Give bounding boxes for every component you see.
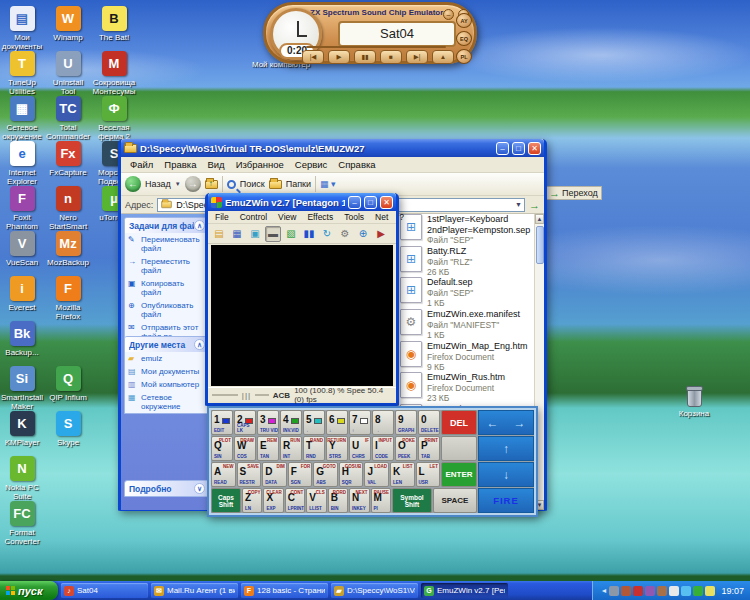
key-T[interactable]: TRANDRND xyxy=(303,436,325,461)
key-5[interactable]: 5← xyxy=(303,410,325,435)
key-O[interactable]: OPOKEPEEK xyxy=(395,436,417,461)
desktop-icon-kmplayer[interactable]: KKMPlayer xyxy=(0,411,44,447)
tray-icon-2[interactable] xyxy=(621,586,631,596)
key-J[interactable]: JLOADVAL xyxy=(364,462,389,487)
views-icon[interactable]: ▦ ▾ xyxy=(320,179,336,189)
joystick-left-right[interactable]: ←→ xyxy=(478,410,534,435)
key-0[interactable]: 0DELETE xyxy=(418,410,440,435)
run-icon[interactable]: ▶ xyxy=(373,226,389,242)
emuzwin-close-button[interactable]: ✕ xyxy=(380,196,393,209)
key-3[interactable]: 3TRU VID xyxy=(257,410,279,435)
details-header[interactable]: Подробно ∨ xyxy=(125,481,209,496)
key-X[interactable]: XCLEAREXP xyxy=(263,488,283,513)
open-icon[interactable]: ▤ xyxy=(211,226,227,242)
tray-icon-4[interactable] xyxy=(645,586,655,596)
explorer-close-button[interactable]: ✕ xyxy=(528,142,541,155)
key-I[interactable]: IINPUTCODE xyxy=(372,436,394,461)
back-icon[interactable]: ← xyxy=(125,176,141,192)
desktop-icon-format-converter[interactable]: FCFormat Converter xyxy=(0,501,44,546)
widget-seek-slider[interactable] xyxy=(306,46,446,48)
tray-icon-7[interactable] xyxy=(681,586,691,596)
settings-icon[interactable]: ⚙ xyxy=(337,226,353,242)
joystick-down[interactable]: ↓ xyxy=(478,462,534,487)
tray-icon-5[interactable] xyxy=(657,586,667,596)
widget-minimize-button[interactable]: – xyxy=(443,9,454,20)
explorer-titlebar[interactable]: D:\Speccy\WoS1\Virtual TR-DOS\emulz\EMUZ… xyxy=(121,139,544,157)
save-icon[interactable]: ▦ xyxy=(229,226,245,242)
key-del[interactable]: DEL xyxy=(441,410,477,435)
tray-icon-1[interactable] xyxy=(609,586,619,596)
file-tile[interactable]: ⚙EmuZWin.exe.manifestФайл "MANIFEST"1 КБ xyxy=(400,309,550,341)
start-button[interactable]: пуск xyxy=(0,581,58,600)
task-item[interactable]: ✎Переименовать файл xyxy=(125,233,209,255)
widget-stop-button[interactable]: ■ xyxy=(380,50,402,64)
emuzwin-menu-net[interactable]: Net xyxy=(370,211,393,223)
explorer-menu-Справка[interactable]: Справка xyxy=(333,158,380,171)
expand-chevron-icon[interactable]: ∨ xyxy=(194,483,205,494)
emuzwin-menu-help[interactable]: ? xyxy=(394,211,409,223)
joystick-up[interactable]: ↑ xyxy=(478,436,534,461)
desktop-icon-winamp[interactable]: WWinamp xyxy=(46,6,90,42)
desktop-icon-network-places[interactable]: ▦Сетевое окружение xyxy=(0,96,44,141)
explorer-maximize-button[interactable]: □ xyxy=(512,142,525,155)
desktop-icon-total-commander[interactable]: TCTotal Commander xyxy=(46,96,90,141)
place-item[interactable]: ▦Сетевое окружение xyxy=(125,391,209,413)
key-E[interactable]: EREMTAN xyxy=(257,436,279,461)
tray-icon-3[interactable] xyxy=(633,586,643,596)
key-P[interactable]: PPRINTTAB xyxy=(418,436,440,461)
key-6[interactable]: 6↓ xyxy=(326,410,348,435)
screen-icon[interactable]: ▧ xyxy=(283,226,299,242)
taskbar-task-emuzwin-v2-7-penta-[interactable]: GEmuZWin v2.7 [Penta... xyxy=(421,583,508,598)
key-V[interactable]: VCLSLLIST xyxy=(306,488,326,513)
emuzwin-minimize-button[interactable]: – xyxy=(348,196,361,209)
file-tasks-header[interactable]: Задачи для файлов и п ∧ xyxy=(125,218,209,233)
emuzwin-menu-file[interactable]: File xyxy=(210,211,234,223)
desktop-icon-firefox[interactable]: FMozilla Firefox xyxy=(46,276,90,321)
search-icon[interactable] xyxy=(227,180,236,189)
key-Y[interactable]: YRETURNSTRS xyxy=(326,436,348,461)
key-1[interactable]: 1EDIT xyxy=(211,410,233,435)
file-tile[interactable]: ⊞Batty.RLZФайл "RLZ"26 КБ xyxy=(400,246,550,278)
go-button[interactable]: → Переход xyxy=(545,186,602,200)
key-C[interactable]: CCONTLPRINT xyxy=(285,488,305,513)
emuzwin-menu-control[interactable]: Control xyxy=(235,211,272,223)
key-R[interactable]: RRUNINT xyxy=(280,436,302,461)
widget-eject-button[interactable]: ▲ xyxy=(432,50,454,64)
desktop-icon-skype[interactable]: SSkype xyxy=(46,411,90,447)
emuzwin-maximize-button[interactable]: □ xyxy=(364,196,377,209)
desktop-icon-foxit-phantom[interactable]: FFoxit Phantom xyxy=(0,186,44,231)
widget-pl-button[interactable]: PL xyxy=(456,49,472,64)
key-M[interactable]: MPAUSEPI xyxy=(371,488,391,513)
key-W[interactable]: WDRAWCOS xyxy=(234,436,256,461)
forward-icon[interactable]: → xyxy=(185,176,201,192)
desktop-icon-montezuma[interactable]: MСокровища Монтесумы xyxy=(92,51,136,96)
desktop-icon-fxcapture[interactable]: FxFxCapture xyxy=(46,141,90,177)
key-8[interactable]: 8→ xyxy=(372,410,394,435)
file-tile[interactable]: ⊞Default.sepФайл "SEP"1 КБ xyxy=(400,277,550,309)
collapse-chevron-icon-2[interactable]: ∧ xyxy=(194,339,205,350)
key-L[interactable]: LLETUSR xyxy=(416,462,441,487)
other-places-header[interactable]: Другие места ∧ xyxy=(125,337,209,352)
reset-icon[interactable]: ↻ xyxy=(319,226,335,242)
tray-icon-6[interactable] xyxy=(669,586,679,596)
widget-pause-button[interactable]: ▮▮ xyxy=(354,50,376,64)
file-tile[interactable]: ⊞1stPlayer=Keyboard 2ndPlayer=Kempston.s… xyxy=(400,214,550,246)
pause-icon[interactable]: ▮▮ xyxy=(301,226,317,242)
key-D[interactable]: DDIMDATA xyxy=(262,462,287,487)
task-item[interactable]: →Переместить файл xyxy=(125,255,209,277)
taskbar-task-128-basic-[interactable]: F128 basic - Страница... xyxy=(241,583,328,598)
place-item[interactable]: ▰emulz xyxy=(125,352,209,365)
desktop-icon-farm2[interactable]: ФВеселая ферма 2 xyxy=(92,96,136,141)
file-tile[interactable]: ◉EmuZWin_Rus.htmFirefox Document23 КБ xyxy=(400,372,550,404)
explorer-menu-Файл[interactable]: Файл xyxy=(125,158,158,171)
key-B[interactable]: BBORDBIN xyxy=(328,488,348,513)
desktop-icon-my-documents[interactable]: ▤Мои документы xyxy=(0,6,44,51)
folders-label[interactable]: Папки xyxy=(286,179,311,189)
desktop-icon-mozbackup[interactable]: MzMozBackup xyxy=(46,231,90,267)
desktop-icon-nokia-pc-suite[interactable]: NNokia PC Suite xyxy=(0,456,44,501)
tray-icon-8[interactable] xyxy=(693,586,703,596)
place-item[interactable]: ▥Мой компьютер xyxy=(125,378,209,391)
file-tile[interactable]: ◉EmuZWin_Map_Eng.htmFirefox Document9 КБ xyxy=(400,341,550,373)
explorer-menu-Избранное[interactable]: Избранное xyxy=(231,158,289,171)
key-K[interactable]: KLISTLEN xyxy=(390,462,415,487)
